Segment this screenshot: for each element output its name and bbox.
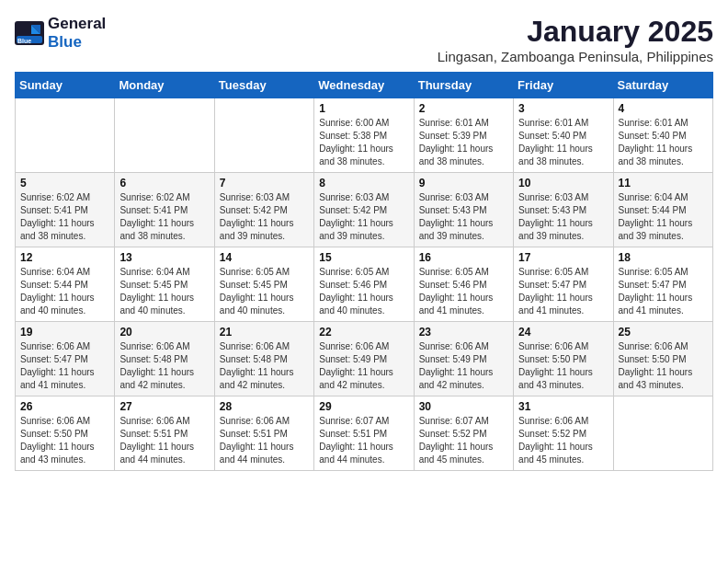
month-title: January 2025 bbox=[438, 15, 713, 49]
calendar-day-8: 8Sunrise: 6:03 AMSunset: 5:42 PMDaylight… bbox=[314, 173, 414, 247]
weekday-header-tuesday: Tuesday bbox=[214, 73, 313, 98]
logo: Blue General Blue bbox=[15, 15, 106, 52]
title-area: January 2025 Lingasan, Zamboanga Peninsu… bbox=[438, 15, 713, 64]
calendar-day-12: 12Sunrise: 6:04 AMSunset: 5:44 PMDayligh… bbox=[16, 247, 115, 322]
weekday-header-friday: Friday bbox=[514, 73, 613, 98]
day-info: Sunrise: 6:02 AMSunset: 5:41 PMDaylight:… bbox=[119, 191, 209, 243]
calendar-day-9: 9Sunrise: 6:03 AMSunset: 5:43 PMDaylight… bbox=[414, 173, 513, 247]
calendar-day-18: 18Sunrise: 6:05 AMSunset: 5:47 PMDayligh… bbox=[613, 247, 712, 322]
calendar-week-row: 5Sunrise: 6:02 AMSunset: 5:41 PMDaylight… bbox=[16, 173, 713, 247]
calendar-day-13: 13Sunrise: 6:04 AMSunset: 5:45 PMDayligh… bbox=[115, 247, 214, 322]
day-info: Sunrise: 6:03 AMSunset: 5:43 PMDaylight:… bbox=[518, 191, 608, 243]
calendar-day-23: 23Sunrise: 6:06 AMSunset: 5:49 PMDayligh… bbox=[414, 322, 513, 396]
calendar-day-30: 30Sunrise: 6:07 AMSunset: 5:52 PMDayligh… bbox=[414, 396, 513, 471]
weekday-header-monday: Monday bbox=[115, 73, 214, 98]
day-number: 13 bbox=[119, 251, 209, 264]
logo-blue: Blue bbox=[48, 33, 82, 51]
calendar-day-29: 29Sunrise: 6:07 AMSunset: 5:51 PMDayligh… bbox=[314, 396, 414, 471]
day-number: 31 bbox=[518, 400, 608, 413]
day-info: Sunrise: 6:01 AMSunset: 5:39 PMDaylight:… bbox=[419, 117, 508, 168]
calendar-day-31: 31Sunrise: 6:06 AMSunset: 5:52 PMDayligh… bbox=[514, 396, 613, 471]
day-info: Sunrise: 6:06 AMSunset: 5:50 PMDaylight:… bbox=[619, 340, 708, 392]
calendar-day-26: 26Sunrise: 6:06 AMSunset: 5:50 PMDayligh… bbox=[16, 396, 115, 471]
calendar-empty-cell bbox=[613, 396, 712, 471]
calendar-table: SundayMondayTuesdayWednesdayThursdayFrid… bbox=[15, 72, 713, 471]
day-info: Sunrise: 6:06 AMSunset: 5:49 PMDaylight:… bbox=[419, 340, 508, 392]
calendar-day-2: 2Sunrise: 6:01 AMSunset: 5:39 PMDaylight… bbox=[414, 98, 513, 173]
day-info: Sunrise: 6:02 AMSunset: 5:41 PMDaylight:… bbox=[20, 191, 109, 243]
calendar-day-27: 27Sunrise: 6:06 AMSunset: 5:51 PMDayligh… bbox=[115, 396, 214, 471]
day-info: Sunrise: 6:06 AMSunset: 5:52 PMDaylight:… bbox=[518, 415, 608, 466]
calendar-week-row: 19Sunrise: 6:06 AMSunset: 5:47 PMDayligh… bbox=[16, 322, 713, 396]
day-info: Sunrise: 6:06 AMSunset: 5:50 PMDaylight:… bbox=[20, 415, 109, 466]
calendar-day-16: 16Sunrise: 6:05 AMSunset: 5:46 PMDayligh… bbox=[414, 247, 513, 322]
calendar-empty-cell bbox=[16, 98, 115, 173]
day-info: Sunrise: 6:07 AMSunset: 5:51 PMDaylight:… bbox=[319, 415, 408, 466]
calendar-day-5: 5Sunrise: 6:02 AMSunset: 5:41 PMDaylight… bbox=[16, 173, 115, 247]
day-number: 1 bbox=[319, 102, 408, 115]
day-number: 27 bbox=[119, 400, 209, 413]
calendar-day-14: 14Sunrise: 6:05 AMSunset: 5:45 PMDayligh… bbox=[214, 247, 313, 322]
day-number: 29 bbox=[319, 400, 408, 413]
calendar-week-row: 1Sunrise: 6:00 AMSunset: 5:38 PMDaylight… bbox=[16, 98, 713, 173]
calendar-empty-cell bbox=[115, 98, 214, 173]
day-number: 11 bbox=[619, 177, 708, 190]
day-number: 21 bbox=[220, 326, 309, 339]
day-info: Sunrise: 6:05 AMSunset: 5:45 PMDaylight:… bbox=[220, 266, 309, 317]
day-number: 8 bbox=[319, 177, 408, 190]
weekday-header-row: SundayMondayTuesdayWednesdayThursdayFrid… bbox=[16, 73, 713, 98]
day-number: 19 bbox=[20, 326, 109, 339]
day-number: 24 bbox=[518, 326, 608, 339]
day-info: Sunrise: 6:05 AMSunset: 5:47 PMDaylight:… bbox=[619, 266, 708, 317]
day-info: Sunrise: 6:05 AMSunset: 5:46 PMDaylight:… bbox=[419, 266, 508, 317]
calendar-day-4: 4Sunrise: 6:01 AMSunset: 5:40 PMDaylight… bbox=[613, 98, 712, 173]
svg-text:Blue: Blue bbox=[17, 38, 31, 44]
logo-general: General bbox=[48, 15, 106, 32]
weekday-header-thursday: Thursday bbox=[414, 73, 513, 98]
day-info: Sunrise: 6:03 AMSunset: 5:43 PMDaylight:… bbox=[419, 191, 508, 243]
weekday-header-sunday: Sunday bbox=[16, 73, 115, 98]
day-number: 18 bbox=[619, 251, 708, 264]
day-info: Sunrise: 6:05 AMSunset: 5:47 PMDaylight:… bbox=[518, 266, 608, 317]
day-info: Sunrise: 6:03 AMSunset: 5:42 PMDaylight:… bbox=[220, 191, 309, 243]
day-number: 6 bbox=[119, 177, 209, 190]
calendar-day-6: 6Sunrise: 6:02 AMSunset: 5:41 PMDaylight… bbox=[115, 173, 214, 247]
calendar-day-25: 25Sunrise: 6:06 AMSunset: 5:50 PMDayligh… bbox=[613, 322, 712, 396]
day-info: Sunrise: 6:04 AMSunset: 5:44 PMDaylight:… bbox=[619, 191, 708, 243]
day-number: 30 bbox=[419, 400, 508, 413]
day-info: Sunrise: 6:06 AMSunset: 5:49 PMDaylight:… bbox=[319, 340, 408, 392]
day-number: 17 bbox=[518, 251, 608, 264]
day-info: Sunrise: 6:06 AMSunset: 5:48 PMDaylight:… bbox=[119, 340, 209, 392]
day-info: Sunrise: 6:06 AMSunset: 5:50 PMDaylight:… bbox=[518, 340, 608, 392]
calendar-day-17: 17Sunrise: 6:05 AMSunset: 5:47 PMDayligh… bbox=[514, 247, 613, 322]
day-number: 28 bbox=[220, 400, 309, 413]
day-info: Sunrise: 6:07 AMSunset: 5:52 PMDaylight:… bbox=[419, 415, 508, 466]
day-info: Sunrise: 6:06 AMSunset: 5:51 PMDaylight:… bbox=[220, 415, 309, 466]
day-info: Sunrise: 6:00 AMSunset: 5:38 PMDaylight:… bbox=[319, 117, 408, 168]
calendar-day-11: 11Sunrise: 6:04 AMSunset: 5:44 PMDayligh… bbox=[613, 173, 712, 247]
day-info: Sunrise: 6:01 AMSunset: 5:40 PMDaylight:… bbox=[619, 117, 708, 168]
calendar-day-19: 19Sunrise: 6:06 AMSunset: 5:47 PMDayligh… bbox=[16, 322, 115, 396]
day-info: Sunrise: 6:01 AMSunset: 5:40 PMDaylight:… bbox=[518, 117, 608, 168]
calendar-day-1: 1Sunrise: 6:00 AMSunset: 5:38 PMDaylight… bbox=[314, 98, 414, 173]
day-info: Sunrise: 6:03 AMSunset: 5:42 PMDaylight:… bbox=[319, 191, 408, 243]
weekday-header-saturday: Saturday bbox=[613, 73, 712, 98]
day-info: Sunrise: 6:04 AMSunset: 5:44 PMDaylight:… bbox=[20, 266, 109, 317]
calendar-day-20: 20Sunrise: 6:06 AMSunset: 5:48 PMDayligh… bbox=[115, 322, 214, 396]
calendar-day-22: 22Sunrise: 6:06 AMSunset: 5:49 PMDayligh… bbox=[314, 322, 414, 396]
calendar-day-24: 24Sunrise: 6:06 AMSunset: 5:50 PMDayligh… bbox=[514, 322, 613, 396]
weekday-header-wednesday: Wednesday bbox=[314, 73, 414, 98]
day-number: 15 bbox=[319, 251, 408, 264]
day-info: Sunrise: 6:06 AMSunset: 5:48 PMDaylight:… bbox=[220, 340, 309, 392]
day-number: 10 bbox=[518, 177, 608, 190]
logo-icon: Blue bbox=[15, 21, 44, 45]
day-number: 23 bbox=[419, 326, 508, 339]
day-number: 12 bbox=[20, 251, 109, 264]
calendar-day-28: 28Sunrise: 6:06 AMSunset: 5:51 PMDayligh… bbox=[214, 396, 313, 471]
calendar-week-row: 26Sunrise: 6:06 AMSunset: 5:50 PMDayligh… bbox=[16, 396, 713, 471]
day-number: 9 bbox=[419, 177, 508, 190]
day-number: 5 bbox=[20, 177, 109, 190]
calendar-empty-cell bbox=[214, 98, 313, 173]
calendar-day-21: 21Sunrise: 6:06 AMSunset: 5:48 PMDayligh… bbox=[214, 322, 313, 396]
day-info: Sunrise: 6:05 AMSunset: 5:46 PMDaylight:… bbox=[319, 266, 408, 317]
